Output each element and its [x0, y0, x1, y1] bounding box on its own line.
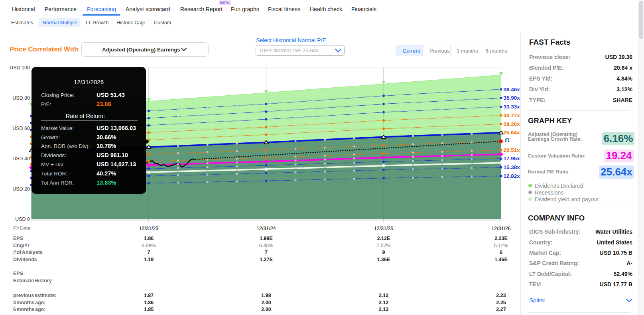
svg-text:33.33x: 33.33x: [504, 104, 520, 110]
svg-text:15.38x: 15.38x: [504, 164, 520, 170]
svg-text:USD 0: USD 0: [15, 217, 30, 222]
svg-text:USD 20: USD 20: [12, 186, 30, 192]
svg-text:12.82x: 12.82x: [504, 173, 520, 179]
svg-text:USD 40: USD 40: [12, 156, 30, 161]
svg-text:USD 80: USD 80: [12, 95, 30, 101]
svg-text:USD 60: USD 60: [12, 126, 30, 131]
svg-text:USD 100: USD 100: [10, 65, 30, 71]
svg-text:30.77x: 30.77x: [504, 112, 520, 118]
svg-text:28.20x: 28.20x: [504, 121, 520, 127]
svg-text:25.64x: 25.64x: [504, 130, 520, 136]
svg-text:20.51x: 20.51x: [504, 147, 520, 153]
svg-text:38.46x: 38.46x: [504, 87, 520, 93]
svg-text:17.95x: 17.95x: [504, 156, 520, 161]
svg-text:35.90x: 35.90x: [504, 95, 520, 101]
